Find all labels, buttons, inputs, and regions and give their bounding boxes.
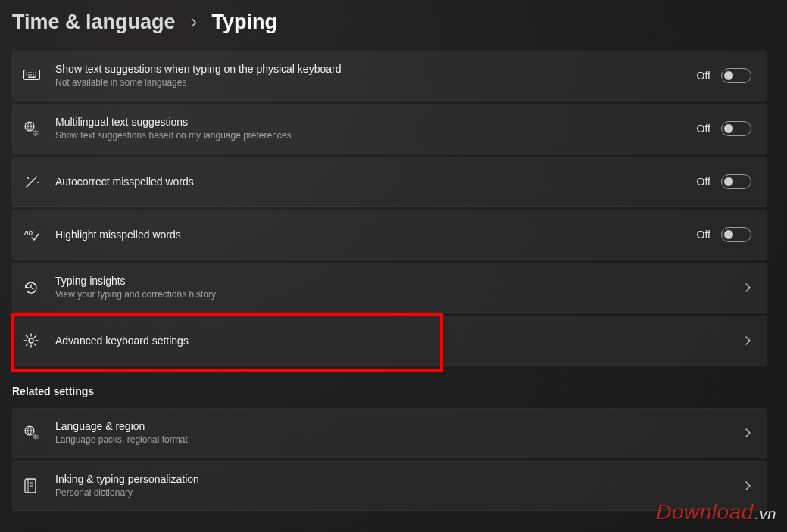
row-title: Autocorrect misspelled words <box>55 175 697 188</box>
row-title: Multilingual text suggestions <box>55 115 697 129</box>
svg-text:ab: ab <box>24 229 33 237</box>
svg-point-7 <box>28 74 30 76</box>
row-highlight-misspelled[interactable]: ab Highlight misspelled words Off <box>12 210 767 260</box>
chevron-right-icon <box>744 335 751 346</box>
row-multilingual-suggestions[interactable]: 字 Multilingual text suggestions Show tex… <box>12 104 767 154</box>
svg-point-2 <box>28 72 30 73</box>
row-subtitle: Personal dictionary <box>55 487 744 499</box>
svg-point-14 <box>27 177 29 179</box>
svg-point-17 <box>29 338 33 343</box>
svg-point-15 <box>37 182 39 183</box>
history-icon <box>23 280 55 295</box>
svg-point-1 <box>26 72 27 73</box>
toggle-state-label: Off <box>697 176 710 188</box>
row-subtitle: Not available in some languages <box>55 77 697 89</box>
row-title: Typing insights <box>55 274 744 288</box>
breadcrumb-current: Typing <box>212 11 277 34</box>
chevron-right-icon <box>189 18 198 27</box>
row-title: Language & region <box>55 419 744 433</box>
row-subtitle: Language packs, regional format <box>55 434 744 446</box>
toggle-switch[interactable] <box>721 227 751 242</box>
row-subtitle: View your typing and corrections history <box>55 289 744 301</box>
svg-rect-11 <box>28 77 36 79</box>
chevron-right-icon <box>744 282 751 293</box>
row-text-suggestions[interactable]: Show text suggestions when typing on the… <box>12 51 767 101</box>
chevron-right-icon <box>744 428 751 438</box>
notebook-icon <box>23 478 55 493</box>
svg-point-10 <box>35 74 36 76</box>
svg-point-6 <box>26 74 27 76</box>
toggle-state-label: Off <box>697 123 710 135</box>
row-subtitle: Show text suggestions based on my langua… <box>55 130 697 142</box>
chevron-right-icon <box>744 481 751 491</box>
toggle-switch[interactable] <box>721 68 751 83</box>
row-language-region[interactable]: 字 Language & region Language packs, regi… <box>12 408 767 458</box>
row-advanced-keyboard-settings[interactable]: Advanced keyboard settings <box>12 316 767 366</box>
globe-language-icon: 字 <box>23 120 55 137</box>
keyboard-icon <box>23 70 55 82</box>
svg-point-8 <box>30 74 32 76</box>
svg-point-3 <box>30 72 32 73</box>
row-inking-typing-personalization[interactable]: Inking & typing personalization Personal… <box>12 461 767 511</box>
gear-icon <box>23 333 55 348</box>
toggle-state-label: Off <box>697 70 710 82</box>
row-typing-insights[interactable]: Typing insights View your typing and cor… <box>12 263 767 313</box>
row-title: Inking & typing personalization <box>55 472 744 486</box>
wand-icon <box>23 173 55 190</box>
section-heading-related: Related settings <box>12 385 767 397</box>
svg-point-9 <box>33 74 34 76</box>
breadcrumb: Time & language Typing <box>12 11 775 34</box>
toggle-switch[interactable] <box>721 174 751 189</box>
row-autocorrect[interactable]: Autocorrect misspelled words Off <box>12 157 767 207</box>
toggle-switch[interactable] <box>721 121 751 136</box>
toggle-state-label: Off <box>697 229 710 241</box>
svg-text:字: 字 <box>33 130 39 137</box>
watermark-brand: Download <box>656 500 754 524</box>
row-title: Show text suggestions when typing on the… <box>55 62 697 76</box>
svg-text:字: 字 <box>33 434 39 441</box>
watermark-suffix: .vn <box>755 506 776 522</box>
globe-language-icon: 字 <box>23 425 55 441</box>
watermark: Download.vn <box>656 500 776 524</box>
svg-point-4 <box>33 72 34 73</box>
breadcrumb-parent[interactable]: Time & language <box>12 11 176 34</box>
spellcheck-icon: ab <box>23 226 55 243</box>
row-title: Highlight misspelled words <box>55 228 697 241</box>
row-title: Advanced keyboard settings <box>55 334 744 347</box>
svg-point-5 <box>35 72 36 73</box>
